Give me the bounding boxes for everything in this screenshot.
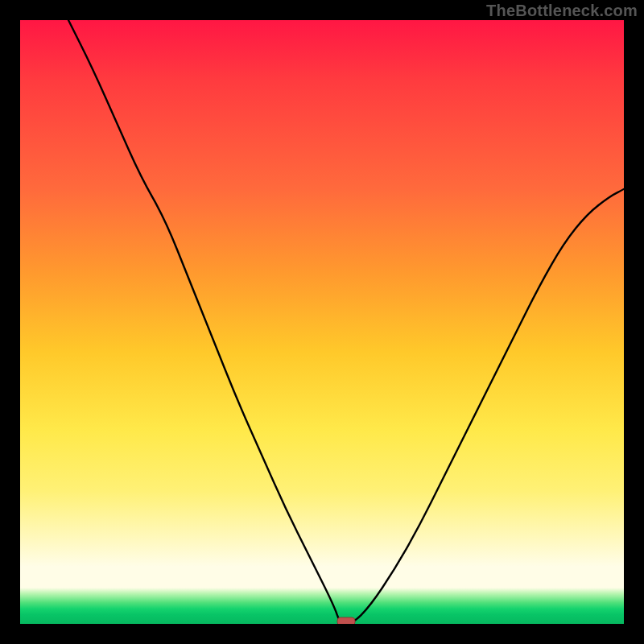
curve-svg [20,20,624,624]
watermark-text: TheBottleneck.com [486,2,638,20]
plot-area [20,20,624,624]
bottleneck-curve [68,20,624,624]
minimum-marker [337,617,355,624]
chart-frame: TheBottleneck.com [0,0,644,644]
